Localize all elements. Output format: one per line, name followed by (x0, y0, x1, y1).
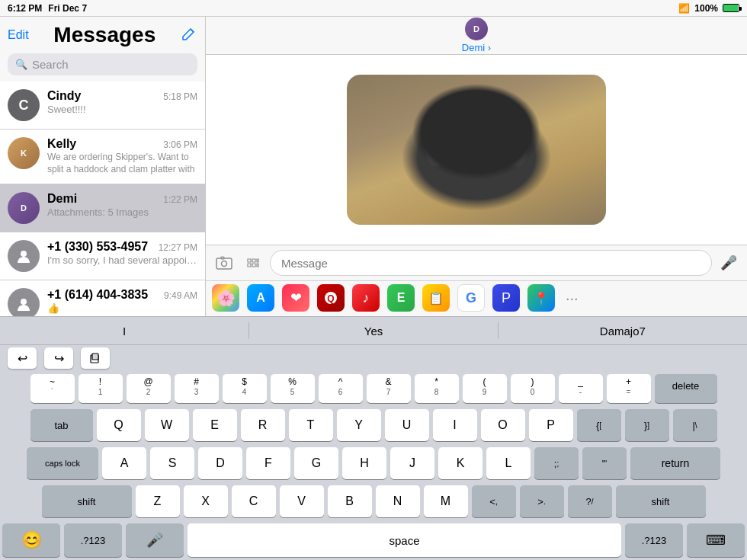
key-backslash[interactable]: |\ (673, 409, 717, 441)
key-k[interactable]: K (438, 447, 483, 479)
status-bar: 6:12 PM Fri Dec 7 📶 100% (0, 0, 747, 17)
key-n[interactable]: N (376, 485, 420, 517)
conv-time-cindy: 5:18 PM (163, 91, 197, 102)
compose-button[interactable] (181, 25, 197, 46)
battery-label: 100% (694, 3, 718, 14)
key-equals[interactable]: += (607, 374, 651, 403)
apps-button[interactable] (241, 251, 265, 275)
app-icon-checklist[interactable]: 📋 (422, 284, 450, 312)
suggestion-1[interactable]: I (0, 322, 248, 341)
key-t[interactable]: T (289, 409, 333, 441)
key-g[interactable]: G (294, 447, 338, 479)
key-r[interactable]: R (241, 409, 285, 441)
key-2[interactable]: @2 (127, 374, 171, 403)
svg-point-3 (222, 261, 227, 267)
conversation-item-phone2[interactable]: +1 (614) 404-3835 9:49 AM 👍 (0, 280, 205, 316)
key-l[interactable]: L (486, 447, 531, 479)
key-j[interactable]: J (390, 447, 434, 479)
right-shift-key[interactable]: shift (616, 485, 706, 517)
app-icon-red[interactable]: Q (317, 284, 345, 312)
app-icon-bitmoji[interactable]: E (387, 284, 415, 312)
key-semicolon[interactable]: ;; (534, 447, 579, 479)
conv-name-phone1: +1 (330) 553-4957 (47, 240, 148, 254)
key-d[interactable]: D (198, 447, 242, 479)
key-8[interactable]: *8 (415, 374, 459, 403)
mic-button[interactable]: 🎤 (717, 251, 741, 275)
app-icon-digitaltouch[interactable]: ❤ (282, 284, 309, 312)
svg-point-0 (21, 251, 27, 257)
conversation-item-cindy[interactable]: C Cindy 5:18 PM Sweet!!!! (0, 82, 205, 130)
key-slash[interactable]: ?/ (568, 485, 612, 517)
suggestion-3[interactable]: Damajo7 (499, 322, 747, 341)
keyboard-dismiss-key[interactable]: ⌨ (687, 523, 745, 557)
key-comma[interactable]: <, (472, 485, 516, 517)
app-icon-appstore[interactable]: A (247, 284, 274, 312)
key-q[interactable]: Q (97, 409, 141, 441)
suggestion-2[interactable]: Yes (249, 322, 498, 341)
key-e[interactable]: E (193, 409, 237, 441)
return-key[interactable]: return (630, 447, 720, 479)
key-5[interactable]: %5 (271, 374, 315, 403)
key-h[interactable]: H (342, 447, 386, 479)
app-icon-pandora[interactable]: P (492, 284, 520, 312)
conv-preview-demi: Attachments: 5 Images (47, 206, 197, 218)
key-c[interactable]: C (232, 485, 276, 517)
key-v[interactable]: V (280, 485, 324, 517)
key-bracket-close[interactable]: }] (625, 409, 669, 441)
redo-button[interactable]: ↪ (44, 347, 73, 369)
chat-contact-name[interactable]: Demi › (462, 42, 491, 53)
app-icon-google[interactable]: G (457, 284, 485, 312)
undo-button[interactable]: ↩ (8, 347, 37, 369)
key-0[interactable]: )0 (511, 374, 555, 403)
conversation-item-demi[interactable]: D Demi 1:22 PM Attachments: 5 Images (0, 184, 205, 232)
key-quote[interactable]: "' (582, 447, 627, 479)
key-z[interactable]: Z (136, 485, 180, 517)
key-bracket-open[interactable]: {[ (577, 409, 621, 441)
space-key[interactable]: space (188, 523, 621, 557)
caps-lock-key[interactable]: caps lock (27, 447, 98, 479)
key-p[interactable]: P (529, 409, 573, 441)
key-3[interactable]: #3 (175, 374, 219, 403)
key-4[interactable]: $4 (223, 374, 267, 403)
left-shift-key[interactable]: shift (42, 485, 132, 517)
paste-button[interactable] (81, 347, 110, 369)
key-u[interactable]: U (385, 409, 429, 441)
key-period[interactable]: >. (520, 485, 564, 517)
camera-button[interactable] (212, 251, 236, 275)
num-key-left[interactable]: .?123 (64, 523, 122, 557)
key-y[interactable]: Y (337, 409, 381, 441)
key-b[interactable]: B (328, 485, 372, 517)
more-apps-button[interactable]: ··· (566, 290, 579, 307)
key-f[interactable]: F (246, 447, 290, 479)
delete-key[interactable]: delete (655, 374, 717, 403)
key-tilde[interactable]: ~` (30, 374, 75, 403)
tab-key[interactable]: tab (30, 409, 93, 441)
key-x[interactable]: X (184, 485, 228, 517)
key-9[interactable]: (9 (463, 374, 507, 403)
message-input[interactable] (270, 250, 712, 276)
conversation-item-phone1[interactable]: +1 (330) 553-4957 12:27 PM I'm so sorry,… (0, 232, 205, 280)
key-i[interactable]: I (433, 409, 477, 441)
battery-icon (723, 4, 739, 12)
key-w[interactable]: W (145, 409, 189, 441)
conv-time-demi: 1:22 PM (163, 194, 197, 205)
app-icon-photos[interactable]: 🌸 (212, 284, 239, 312)
key-m[interactable]: M (424, 485, 468, 517)
emoji-key[interactable]: 😊 (2, 523, 60, 557)
conv-preview-phone2: 👍 (47, 302, 197, 314)
key-7[interactable]: &7 (367, 374, 411, 403)
key-1[interactable]: !1 (79, 374, 123, 403)
conversation-item-kelly[interactable]: K Kelly 3:06 PM We are ordering Skipper'… (0, 130, 205, 184)
mic-bottom-key[interactable]: 🎤 (126, 523, 184, 557)
search-bar[interactable]: 🔍 Search (8, 53, 197, 75)
key-minus[interactable]: _- (559, 374, 603, 403)
edit-button[interactable]: Edit (8, 28, 29, 42)
svg-text:Q: Q (327, 293, 334, 304)
key-a[interactable]: A (102, 447, 146, 479)
key-6[interactable]: ^6 (319, 374, 363, 403)
key-o[interactable]: O (481, 409, 525, 441)
key-s[interactable]: S (150, 447, 194, 479)
num-key-right[interactable]: .?123 (625, 523, 683, 557)
app-icon-maps[interactable]: 📍 (527, 284, 555, 312)
app-icon-music[interactable]: ♪ (352, 284, 380, 312)
